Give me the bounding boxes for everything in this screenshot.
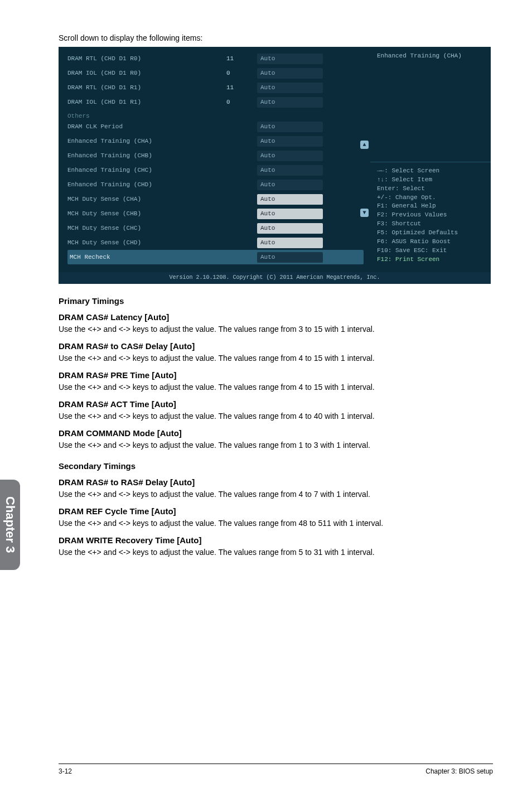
bios-label: Enhanced Training (CHC) [67,167,226,173]
bios-label: MCH Duty Sense (CHD) [67,239,226,246]
bios-row: DRAM RTL (CHD D1 R0) 11 Auto [67,51,364,66]
secondary-timings-heading: Secondary Timings [59,461,493,471]
item-heading: DRAM RAS# to CAS# Delay [Auto] [59,341,493,351]
bios-field[interactable]: Auto [257,54,323,64]
bios-label: DRAM RTL (CHD D1 R1) [67,84,226,91]
item-heading: DRAM RAS# ACT Time [Auto] [59,399,493,409]
bios-value: 0 [226,70,257,76]
bios-label: MCH Duty Sense (CHC) [67,225,226,231]
bios-field[interactable]: Auto [257,122,323,132]
intro-text: Scroll down to display the following ite… [59,33,493,42]
bios-field[interactable]: Auto [257,83,323,93]
bios-field[interactable]: Auto [257,151,323,161]
bios-label: DRAM CLK Period [67,123,226,130]
bios-group-header: Others [67,109,364,119]
item-heading: DRAM CAS# Latency [Auto] [59,312,493,322]
bios-version-footer: Version 2.10.1208. Copyright (C) 2011 Am… [59,272,491,284]
item-description: Use the <+> and <-> keys to adjust the v… [59,518,493,529]
bios-row: MCH Duty Sense (CHA) Auto [67,192,364,206]
bios-row: DRAM IOL (CHD D1 R0) 0 Auto [67,66,364,80]
bios-help-line: F3: Shortcut [377,220,484,229]
footer-chapter-label: Chapter 3: BIOS setup [425,767,493,775]
bios-help-panel: →←: Select Screen ↑↓: Select Item Enter:… [370,162,491,272]
bios-help-line: F2: Previous Values [377,211,484,220]
bios-help-line: F12: Print Screen [377,255,484,264]
bios-field[interactable]: Auto [257,194,323,205]
bios-value: 11 [226,84,257,91]
bios-help-title: Enhanced Training (CHA) [370,47,491,162]
item-description: Use the <+> and <-> keys to adjust the v… [59,382,493,393]
bios-row: DRAM CLK Period Auto [67,119,364,134]
bios-row: DRAM IOL (CHD D1 R1) 0 Auto [67,95,364,109]
bios-help-line: F6: ASUS Ratio Boost [377,238,484,247]
bios-label: DRAM RTL (CHD D1 R0) [67,55,226,62]
bios-row: MCH Duty Sense (CHC) Auto [67,221,364,235]
bios-row-selected[interactable]: MCH Recheck Auto [67,250,364,264]
bios-label: Enhanced Training (CHD) [67,181,226,188]
bios-field[interactable]: Auto [257,68,323,79]
bios-help-line: +/-: Change Opt. [377,194,484,202]
bios-field[interactable]: Auto [257,136,323,147]
item-description: Use the <+> and <-> keys to adjust the v… [59,411,493,422]
bios-label: DRAM IOL (CHD D1 R0) [67,70,226,76]
bios-row: Enhanced Training (CHC) Auto [67,163,364,177]
bios-value: 11 [226,55,257,62]
item-heading: DRAM COMMAND Mode [Auto] [59,428,493,438]
bios-field[interactable]: Auto [257,238,323,248]
item-heading: DRAM WRITE Recovery Time [Auto] [59,535,493,545]
bios-field[interactable]: Auto [257,180,323,190]
bios-label: DRAM IOL (CHD D1 R1) [67,99,226,105]
item-heading: DRAM REF Cycle Time [Auto] [59,506,493,516]
bios-help-line: Enter: Select [377,185,484,194]
bios-row: Enhanced Training (CHB) Auto [67,148,364,163]
primary-timings-heading: Primary Timings [59,296,493,306]
bios-label: Enhanced Training (CHA) [67,138,226,144]
item-description: Use the <+> and <-> keys to adjust the v… [59,489,493,500]
bios-field[interactable]: Auto [257,223,323,234]
bios-field[interactable]: Auto [257,252,323,263]
scroll-down-icon[interactable]: ▼ [360,209,369,217]
bios-row: Enhanced Training (CHD) Auto [67,177,364,192]
item-heading: DRAM RAS# to RAS# Delay [Auto] [59,477,493,487]
scroll-up-icon[interactable]: ▲ [360,141,369,149]
item-description: Use the <+> and <-> keys to adjust the v… [59,353,493,364]
bios-row: MCH Duty Sense (CHD) Auto [67,235,364,250]
item-description: Use the <+> and <-> keys to adjust the v… [59,324,493,335]
bios-field[interactable]: Auto [257,165,323,176]
page-number: 3-12 [59,767,72,775]
bios-row: DRAM RTL (CHD D1 R1) 11 Auto [67,80,364,95]
bios-help-line: F10: Save ESC: Exit [377,247,484,255]
bios-label: Enhanced Training (CHB) [67,152,226,159]
bios-label: MCH Duty Sense (CHB) [67,210,226,217]
bios-help-line: ↑↓: Select Item [377,176,484,185]
bios-field[interactable]: Auto [257,209,323,219]
item-description: Use the <+> and <-> keys to adjust the v… [59,440,493,451]
item-description: Use the <+> and <-> keys to adjust the v… [59,547,493,558]
bios-value: 0 [226,99,257,105]
chapter-side-tab: Chapter 3 [0,480,20,570]
bios-screenshot: DRAM RTL (CHD D1 R0) 11 Auto DRAM IOL (C… [59,47,491,284]
bios-row: Enhanced Training (CHA) Auto [67,134,364,148]
bios-label: MCH Duty Sense (CHA) [67,196,226,202]
bios-row: MCH Duty Sense (CHB) Auto [67,206,364,221]
bios-help-line: F1: General Help [377,202,484,211]
bios-help-line: F5: Optimized Defaults [377,229,484,238]
bios-label: MCH Recheck [67,254,226,260]
bios-help-line: →←: Select Screen [377,167,484,176]
item-heading: DRAM RAS# PRE Time [Auto] [59,370,493,380]
bios-field[interactable]: Auto [257,97,323,108]
